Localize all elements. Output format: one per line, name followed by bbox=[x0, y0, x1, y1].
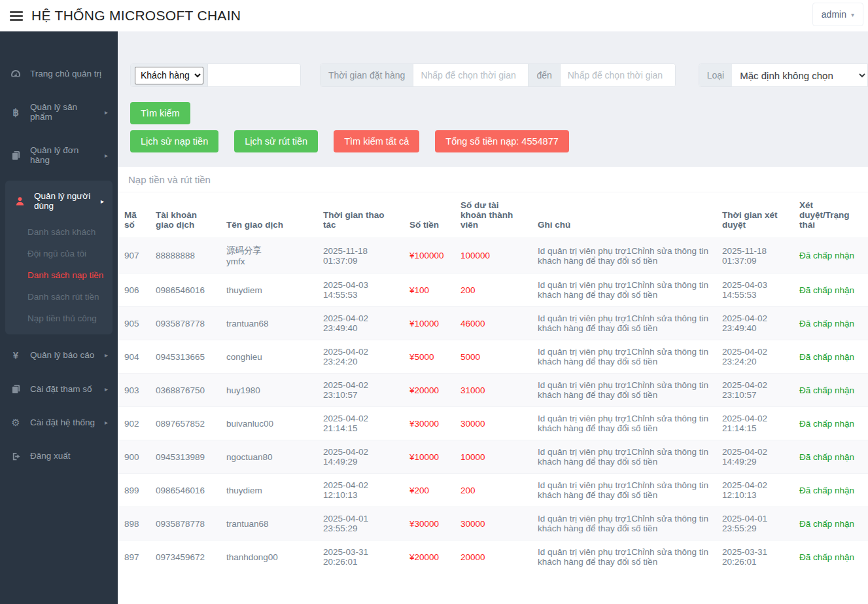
column-header: Tài khoản giao dịch bbox=[149, 192, 220, 238]
cell-balance: 46000 bbox=[454, 307, 531, 340]
logout-icon bbox=[10, 451, 22, 461]
column-header: Ghi chú bbox=[531, 192, 716, 238]
sidebar-item[interactable]: ¥Quản lý báo cáo▸ bbox=[0, 338, 118, 372]
menu-toggle-icon[interactable] bbox=[10, 9, 23, 23]
cell-operation-time: 2025-04-02 21:14:15 bbox=[317, 407, 403, 440]
cell-account: 0973459672 bbox=[149, 541, 220, 574]
cell-account: 0368876750 bbox=[149, 374, 220, 407]
app-header: HỆ THỐNG MICROSOFT CHAIN admin ▾ bbox=[0, 0, 868, 31]
search-input[interactable] bbox=[207, 64, 300, 86]
cell-operation-time: 2025-04-02 23:24:20 bbox=[317, 340, 403, 374]
cell-review-time: 2025-04-02 21:14:15 bbox=[716, 407, 793, 440]
action-button[interactable]: Lịch sử nạp tiền bbox=[130, 130, 218, 152]
cell-note: Id quản trị viên phụ trợ1Chỉnh sửa thông… bbox=[531, 340, 716, 374]
search-button[interactable]: Tìm kiếm bbox=[130, 102, 190, 124]
cell-amount: ¥200 bbox=[403, 474, 454, 507]
cell-name: conghieu bbox=[220, 340, 317, 374]
cell-note: Id quản trị viên phụ trợ1Chỉnh sửa thông… bbox=[531, 507, 716, 541]
sidebar-item-label: Trang chủ quản trị bbox=[30, 69, 101, 79]
cell-amount: ¥20000 bbox=[403, 541, 454, 574]
sidebar-item[interactable]: Cài đặt tham số▸ bbox=[0, 372, 118, 406]
sidebar-item-label: Quản lý sản phẩm bbox=[30, 102, 96, 122]
cell-review-time: 2025-04-01 23:55:29 bbox=[716, 507, 793, 541]
sidebar-item[interactable]: Quản lý người dùng▸ bbox=[5, 181, 113, 221]
cell-account: 0945313989 bbox=[149, 440, 220, 474]
main-content: Khách hàng Thời gian đặt hàng đến Loại M… bbox=[118, 31, 868, 604]
sidebar-subitem[interactable]: Danh sách rút tiền bbox=[5, 286, 113, 308]
transactions-table: Mã sốTài khoản giao dịchTên giao dịchThờ… bbox=[118, 192, 868, 573]
cell-status: Đã chấp nhận bbox=[793, 474, 868, 507]
cell-id: 903 bbox=[118, 374, 149, 407]
status-link[interactable]: Đã chấp nhận bbox=[799, 251, 854, 260]
dashboard-icon bbox=[10, 68, 22, 79]
cell-id: 904 bbox=[118, 340, 149, 374]
cell-operation-time: 2025-04-01 23:55:29 bbox=[317, 507, 403, 541]
type-select[interactable]: Mặc định không chọn bbox=[732, 64, 867, 86]
cell-amount: ¥10000 bbox=[403, 307, 454, 340]
action-button[interactable]: Tìm kiếm tất cả bbox=[334, 130, 419, 152]
sidebar-subitem[interactable]: Danh sách nạp tiền bbox=[5, 264, 113, 286]
cell-balance: 200 bbox=[454, 474, 531, 507]
cell-note: Id quản trị viên phụ trợ1Chỉnh sửa thông… bbox=[531, 407, 716, 440]
cell-amount: ¥100000 bbox=[403, 238, 454, 274]
filter-bar: Khách hàng Thời gian đặt hàng đến Loại M… bbox=[130, 63, 868, 87]
cell-account: 0945313665 bbox=[149, 340, 220, 374]
cell-amount: ¥100 bbox=[403, 274, 454, 307]
status-link[interactable]: Đã chấp nhận bbox=[799, 552, 854, 562]
cell-id: 905 bbox=[118, 307, 149, 340]
sidebar-item[interactable]: ⚙Cài đặt hệ thống▸ bbox=[0, 406, 118, 439]
cell-status: Đã chấp nhận bbox=[793, 407, 868, 440]
cell-note: Id quản trị viên phụ trợ1Chỉnh sửa thông… bbox=[531, 440, 716, 474]
sidebar-item-label: Đăng xuất bbox=[30, 451, 71, 461]
cell-name: trantuan68 bbox=[220, 307, 317, 340]
cell-balance: 30000 bbox=[454, 507, 531, 541]
cell-operation-time: 2025-04-02 23:49:40 bbox=[317, 307, 403, 340]
cell-status: Đã chấp nhận bbox=[793, 274, 868, 307]
table-row: 903 0368876750 huy1980 2025-04-02 23:10:… bbox=[118, 374, 868, 407]
sidebar-nav: Trang chủ quản trị฿Quản lý sản phẩm▸Quản… bbox=[0, 31, 118, 473]
sidebar-item[interactable]: Đăng xuất bbox=[0, 439, 118, 473]
sidebar-item-label: Quản lý báo cáo bbox=[30, 350, 94, 360]
cell-review-time: 2025-04-02 23:10:57 bbox=[716, 374, 793, 407]
status-link[interactable]: Đã chấp nhận bbox=[799, 452, 854, 462]
sidebar-item-label: Quản lý đơn hàng bbox=[30, 145, 96, 165]
app-title: HỆ THỐNG MICROSOFT CHAIN bbox=[31, 8, 241, 24]
actions-row: Lịch sử nạp tiềnLịch sử rút tiềnTìm kiếm… bbox=[130, 130, 569, 152]
cell-balance: 5000 bbox=[454, 340, 531, 374]
gears-icon: ⚙ bbox=[10, 417, 22, 427]
sidebar-item[interactable]: Trang chủ quản trị bbox=[0, 56, 118, 90]
status-link[interactable]: Đã chấp nhận bbox=[799, 486, 854, 495]
status-link[interactable]: Đã chấp nhận bbox=[799, 319, 854, 329]
action-button[interactable]: Tổng số tiền nạp: 4554877 bbox=[435, 130, 569, 152]
time-to-label: đến bbox=[528, 64, 559, 86]
time-to-input[interactable] bbox=[560, 64, 675, 86]
table-row: 897 0973459672 thanhdong00 2025-03-31 20… bbox=[118, 541, 868, 574]
sidebar-subitem[interactable]: Đội ngũ của tôi bbox=[5, 243, 113, 264]
cell-amount: ¥20000 bbox=[403, 374, 454, 407]
type-group: Loại Mặc định không chọn bbox=[699, 63, 868, 87]
status-link[interactable]: Đã chấp nhận bbox=[799, 285, 854, 295]
status-link[interactable]: Đã chấp nhận bbox=[799, 352, 854, 362]
cell-note: Id quản trị viên phụ trợ1Chỉnh sửa thông… bbox=[531, 374, 716, 407]
action-button[interactable]: Lịch sử rút tiền bbox=[234, 130, 318, 152]
time-range-label: Thời gian đặt hàng bbox=[321, 64, 413, 86]
cell-amount: ¥5000 bbox=[403, 340, 454, 374]
cell-review-time: 2025-04-03 14:55:53 bbox=[716, 274, 793, 307]
user-menu[interactable]: admin ▾ bbox=[812, 3, 863, 26]
status-link[interactable]: Đã chấp nhận bbox=[799, 419, 854, 429]
cell-account: 0986546016 bbox=[149, 274, 220, 307]
sidebar-subitem[interactable]: Nạp tiền thủ công bbox=[5, 308, 113, 329]
search-type-addon: Khách hàng bbox=[131, 64, 207, 86]
search-type-select[interactable]: Khách hàng bbox=[135, 67, 203, 84]
cell-amount: ¥10000 bbox=[403, 440, 454, 474]
cell-balance: 31000 bbox=[454, 374, 531, 407]
sidebar-subitem[interactable]: Danh sách khách bbox=[5, 221, 113, 243]
status-link[interactable]: Đã chấp nhận bbox=[799, 385, 854, 395]
status-link[interactable]: Đã chấp nhận bbox=[799, 519, 854, 529]
sidebar-item[interactable]: ฿Quản lý sản phẩm▸ bbox=[0, 90, 118, 133]
table-row: 905 0935878778 trantuan68 2025-04-02 23:… bbox=[118, 307, 868, 340]
sidebar-item[interactable]: Quản lý đơn hàng▸ bbox=[0, 133, 118, 177]
cell-name: ngoctuan80 bbox=[220, 440, 317, 474]
table-row: 902 0897657852 buivanluc00 2025-04-02 21… bbox=[118, 407, 868, 440]
time-from-input[interactable] bbox=[413, 64, 528, 86]
